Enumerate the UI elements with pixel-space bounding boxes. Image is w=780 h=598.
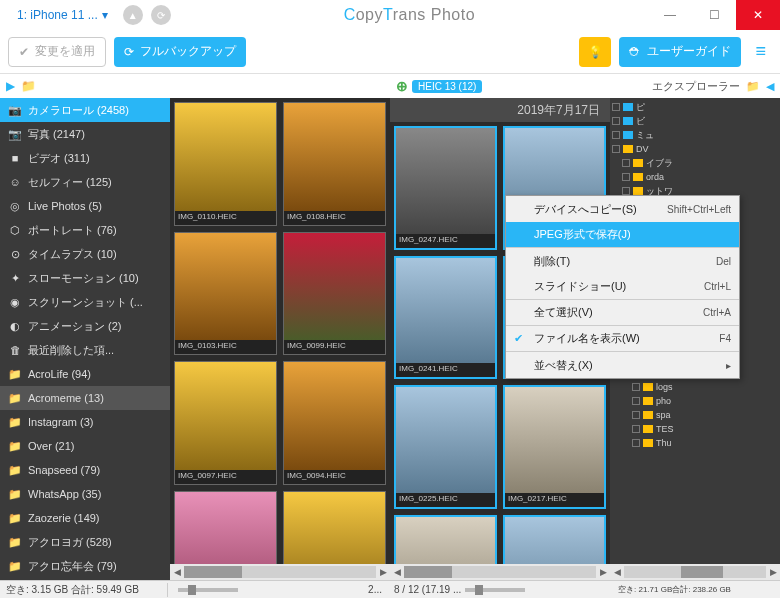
sidebar-item[interactable]: ⬡ポートレート (76) [0, 218, 170, 242]
tree-label: pho [656, 396, 671, 406]
play-icon[interactable]: ▶ [6, 79, 15, 93]
ctx-label: 並べ替え(X) [534, 358, 593, 373]
checkbox-icon[interactable] [622, 159, 630, 167]
device-dropdown[interactable]: 1: iPhone 11 ... ▾ [10, 5, 115, 25]
add-icon[interactable]: ⊕ [396, 78, 408, 94]
tree-row[interactable]: TES [612, 422, 778, 436]
sidebar-item[interactable]: 📁AcroLife (94) [0, 362, 170, 386]
sidebar-item[interactable]: 📁WhatsApp (35) [0, 482, 170, 506]
tree-row[interactable]: ビ [612, 114, 778, 128]
sidebar-item[interactable]: 📁Snapseed (79) [0, 458, 170, 482]
tree-row[interactable]: Thu [612, 436, 778, 450]
close-button[interactable]: ✕ [736, 0, 780, 30]
right-hscroll[interactable]: ◀▶ [610, 564, 780, 580]
minimize-button[interactable]: — [648, 0, 692, 30]
checkbox-icon[interactable] [612, 117, 620, 125]
thumb-image [175, 492, 276, 564]
checkbox-icon[interactable] [612, 103, 620, 111]
tree-row[interactable]: イブラ [612, 156, 778, 170]
folder-icon[interactable]: 📁 [746, 80, 760, 93]
sidebar-item[interactable]: ☺セルフィー (125) [0, 170, 170, 194]
app-title: CopyTrans Photo [171, 6, 648, 24]
apply-button[interactable]: ✔ 変更を適用 [8, 37, 106, 67]
menu-button[interactable]: ≡ [749, 41, 772, 62]
thumbnail[interactable]: IMG_0097.HEIC [174, 361, 277, 485]
mid-hscroll[interactable]: ◀▶ [390, 564, 610, 580]
sidebar-item[interactable]: ◉スクリーンショット (... [0, 290, 170, 314]
sidebar-icon: 📁 [8, 536, 22, 549]
thumbnail[interactable]: IMG_0202.HEIC [394, 515, 497, 564]
thumbnail[interactable]: IMG_0094.HEIC [283, 361, 386, 485]
sidebar-item[interactable]: 📁アクロ忘年会 (79) [0, 554, 170, 578]
sidebar-item[interactable]: ✦スローモーション (10) [0, 266, 170, 290]
tree-row[interactable]: DV [612, 142, 778, 156]
sidebar-label: セルフィー (125) [28, 175, 112, 190]
sidebar-item[interactable]: 📁Acromeme (13) [0, 386, 170, 410]
userguide-button[interactable]: ⛑ ユーザーガイド [619, 37, 741, 67]
checkbox-icon[interactable] [632, 439, 640, 447]
thumbnail[interactable]: IMG_0103.HEIC [174, 232, 277, 356]
folder-icon[interactable]: 📁 [21, 79, 36, 93]
sidebar-item[interactable]: ◎Live Photos (5) [0, 194, 170, 218]
tree-row[interactable]: ピ [612, 100, 778, 114]
thumb-image [284, 103, 385, 211]
context-menu-item[interactable]: 全て選択(V)Ctrl+A [506, 300, 739, 326]
folder-icon [643, 383, 653, 391]
tree-row[interactable]: pho [612, 394, 778, 408]
thumbnail[interactable]: IMG_0108.HEIC [283, 102, 386, 226]
tree-row[interactable]: orda [612, 170, 778, 184]
sidebar-item[interactable]: 📷カメラロール (2458) [0, 98, 170, 122]
thumbnail[interactable]: IMG_0088.HEIC [283, 491, 386, 564]
refresh-icon[interactable]: ⟳ [151, 5, 171, 25]
thumbnail[interactable]: IMG_0241.HEIC [394, 256, 497, 380]
left-hscroll[interactable]: ◀▶ [170, 564, 390, 580]
checkbox-icon[interactable] [612, 145, 620, 153]
context-menu-item[interactable]: デバイスへコピー(S)Shift+Ctrl+Left [506, 196, 739, 222]
checkbox-icon[interactable] [632, 425, 640, 433]
context-menu-item[interactable]: 並べ替え(X)▸ [506, 352, 739, 378]
sidebar-item[interactable]: ■ビデオ (311) [0, 146, 170, 170]
sidebar-item[interactable]: ◐アニメーション (2) [0, 314, 170, 338]
sidebar-item[interactable]: 📁アクロヨガ (528) [0, 530, 170, 554]
context-menu-item[interactable]: JPEG形式で保存(J) [506, 222, 739, 248]
hint-button[interactable]: 💡 [579, 37, 611, 67]
tree-row[interactable]: ミュ [612, 128, 778, 142]
sidebar-item[interactable]: 🗑最近削除した項... [0, 338, 170, 362]
play-icon[interactable]: ◀ [766, 80, 774, 93]
context-menu-item[interactable]: ✔ファイル名を表示(W)F4 [506, 326, 739, 352]
sidebar-label: Live Photos (5) [28, 200, 102, 212]
sidebar-icon: ◉ [8, 296, 22, 309]
sidebar-item[interactable]: 📁Instagram (3) [0, 410, 170, 434]
folder-icon [643, 439, 653, 447]
checkbox-icon[interactable] [632, 411, 640, 419]
thumb-label: IMG_0110.HEIC [175, 211, 276, 225]
thumbnail[interactable]: IMG_0089.HEIC [174, 491, 277, 564]
sidebar-icon: 📁 [8, 464, 22, 477]
sidebar-item[interactable]: 📷写真 (2147) [0, 122, 170, 146]
checkbox-icon[interactable] [632, 383, 640, 391]
sidebar-item[interactable]: 📁Zaozerie (149) [0, 506, 170, 530]
thumbnail[interactable]: IMG_0217.HEIC [503, 385, 606, 509]
zoom-slider-mid[interactable] [465, 588, 525, 592]
backup-button[interactable]: ⟳ フルバックアップ [114, 37, 246, 67]
sidebar-item[interactable]: ⊙タイムラプス (10) [0, 242, 170, 266]
left-thumbs: IMG_0110.HEICIMG_0108.HEICIMG_0103.HEICI… [170, 98, 390, 564]
check-icon: ✔ [19, 45, 29, 59]
thumbnail[interactable]: IMG_0099.HEIC [283, 232, 386, 356]
thumbnail[interactable]: IMG_0110.HEIC [174, 102, 277, 226]
checkbox-icon[interactable] [622, 187, 630, 195]
tree-row[interactable]: spa [612, 408, 778, 422]
checkbox-icon[interactable] [612, 131, 620, 139]
context-menu-item[interactable]: スライドショー(U)Ctrl+L [506, 274, 739, 300]
tree-row[interactable]: logs [612, 380, 778, 394]
thumbnail[interactable]: IMG_0225.HEIC [394, 385, 497, 509]
maximize-button[interactable]: ☐ [692, 0, 736, 30]
checkbox-icon[interactable] [632, 397, 640, 405]
eject-icon[interactable]: ▲ [123, 5, 143, 25]
zoom-slider-left[interactable] [178, 588, 238, 592]
thumbnail[interactable]: IMG_0247.HEIC [394, 126, 497, 250]
checkbox-icon[interactable] [622, 173, 630, 181]
sidebar-item[interactable]: 📁Over (21) [0, 434, 170, 458]
thumbnail[interactable]: IMG_0202.HEIC [503, 515, 606, 564]
context-menu-item[interactable]: 削除(T)Del [506, 248, 739, 274]
